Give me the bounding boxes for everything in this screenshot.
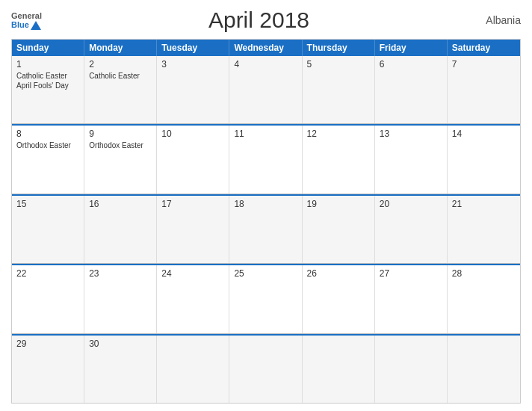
week-row-3: 15161718192021 (12, 194, 520, 264)
day-header-tuesday: Tuesday (157, 40, 229, 56)
day-cell-empty-6 (448, 336, 520, 403)
day-number: 3 (161, 59, 224, 69)
day-header-sunday: Sunday (12, 40, 84, 56)
day-number: 22 (16, 268, 79, 279)
day-number: 1 (16, 59, 79, 69)
calendar-grid: SundayMondayTuesdayWednesdayThursdayFrid… (11, 39, 521, 404)
day-header-friday: Friday (375, 40, 448, 56)
day-number: 2 (89, 59, 152, 69)
day-number: 13 (380, 129, 442, 139)
day-number: 23 (89, 268, 152, 279)
day-cell-1: 1Catholic EasterApril Fools' Day (12, 56, 84, 123)
day-number: 18 (234, 199, 297, 209)
week-row-2: 8Orthodox Easter9Orthodox Easter10111213… (12, 124, 520, 194)
calendar-event: Orthodox Easter (89, 140, 152, 150)
day-cell-6: 6 (375, 56, 448, 123)
calendar-page: General Blue April 2018 Albania SundayMo… (0, 0, 532, 411)
day-number: 8 (16, 129, 79, 139)
calendar-header: General Blue April 2018 Albania (11, 7, 521, 33)
day-number: 25 (234, 268, 297, 279)
day-cell-19: 19 (303, 196, 375, 263)
day-number: 21 (452, 199, 516, 209)
week-row-4: 22232425262728 (12, 264, 520, 333)
day-number: 28 (452, 268, 516, 279)
day-cell-21: 21 (448, 196, 520, 263)
day-cell-26: 26 (303, 265, 375, 333)
day-cell-2: 2Catholic Easter (84, 56, 157, 123)
day-cell-4: 4 (229, 56, 302, 123)
day-number: 4 (234, 59, 297, 69)
day-header-thursday: Thursday (303, 40, 375, 56)
day-cell-24: 24 (157, 265, 229, 333)
day-number: 12 (307, 129, 370, 139)
logo-triangle-icon (31, 21, 41, 30)
day-number: 15 (16, 199, 79, 209)
calendar-event: Catholic Easter (16, 71, 79, 81)
day-cell-15: 15 (12, 196, 84, 263)
day-cell-27: 27 (375, 265, 448, 333)
day-header-monday: Monday (84, 40, 157, 56)
calendar-event: April Fools' Day (16, 81, 79, 90)
day-number: 29 (16, 339, 79, 349)
day-number: 19 (307, 199, 370, 209)
day-cell-7: 7 (448, 56, 520, 123)
day-cell-empty-3 (229, 336, 302, 403)
day-cell-5: 5 (303, 56, 375, 123)
logo: General Blue (11, 11, 42, 29)
day-cell-29: 29 (12, 336, 84, 403)
weeks-container: 1Catholic EasterApril Fools' Day2Catholi… (12, 56, 520, 403)
day-number: 17 (161, 199, 224, 209)
logo-blue-text: Blue (11, 20, 41, 29)
day-cell-8: 8Orthodox Easter (12, 126, 84, 193)
day-number: 5 (307, 59, 370, 69)
day-cell-9: 9Orthodox Easter (84, 126, 157, 193)
day-number: 16 (89, 199, 152, 209)
day-header-wednesday: Wednesday (229, 40, 302, 56)
day-cell-10: 10 (157, 126, 229, 193)
day-cell-30: 30 (84, 336, 157, 403)
day-number: 30 (89, 339, 152, 349)
day-number: 10 (161, 129, 224, 139)
day-cell-empty-2 (157, 336, 229, 403)
calendar-country: Albania (476, 14, 521, 26)
day-cell-3: 3 (157, 56, 229, 123)
day-number: 7 (452, 59, 516, 69)
day-cell-empty-4 (303, 336, 375, 403)
day-cell-14: 14 (448, 126, 520, 193)
day-number: 27 (380, 268, 442, 279)
day-cell-23: 23 (84, 265, 157, 333)
day-cell-empty-5 (375, 336, 448, 403)
day-cell-20: 20 (375, 196, 448, 263)
day-number: 6 (380, 59, 442, 69)
day-number: 9 (89, 129, 152, 139)
week-row-5: 2930 (12, 334, 520, 403)
day-number: 11 (234, 129, 297, 139)
day-cell-12: 12 (303, 126, 375, 193)
day-cell-16: 16 (84, 196, 157, 263)
calendar-event: Orthodox Easter (16, 140, 79, 150)
day-number: 24 (161, 268, 224, 279)
day-cell-22: 22 (12, 265, 84, 333)
day-cell-18: 18 (229, 196, 302, 263)
day-headers-row: SundayMondayTuesdayWednesdayThursdayFrid… (12, 40, 520, 56)
day-number: 26 (307, 268, 370, 279)
day-cell-25: 25 (229, 265, 302, 333)
week-row-1: 1Catholic EasterApril Fools' Day2Catholi… (12, 56, 520, 124)
day-number: 14 (452, 129, 516, 139)
day-number: 20 (380, 199, 442, 209)
day-cell-28: 28 (448, 265, 520, 333)
day-cell-17: 17 (157, 196, 229, 263)
logo-general-text: General (11, 11, 42, 20)
calendar-title: April 2018 (42, 7, 476, 33)
day-header-saturday: Saturday (448, 40, 520, 56)
day-cell-11: 11 (229, 126, 302, 193)
day-cell-13: 13 (375, 126, 448, 193)
calendar-event: Catholic Easter (89, 71, 152, 81)
